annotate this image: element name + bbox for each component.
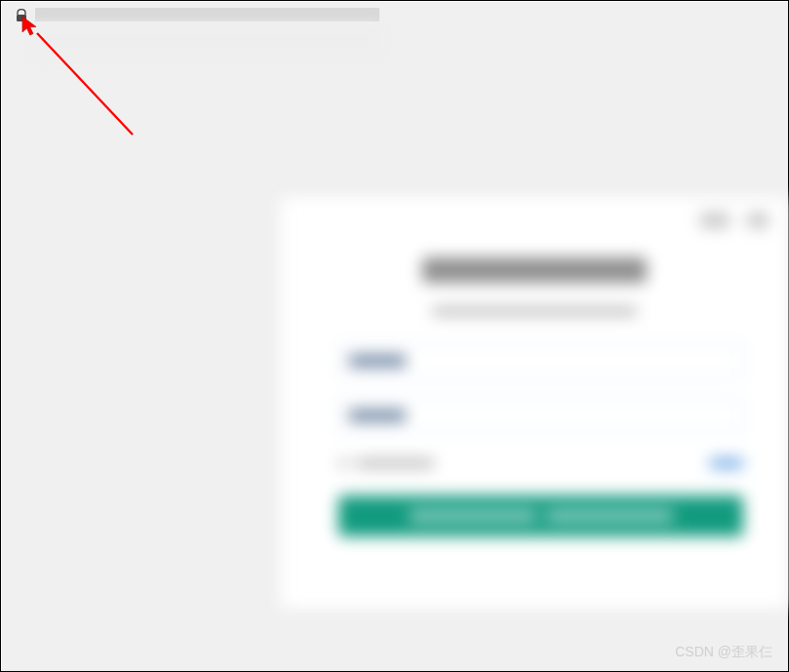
input-row-2[interactable]	[338, 398, 743, 433]
panel-top-links	[700, 213, 769, 228]
browser-viewport: CSDN @歪果仨	[2, 2, 788, 671]
input-row-1[interactable]	[338, 343, 743, 378]
submit-button[interactable]	[338, 495, 743, 536]
watermark-text: CSDN @歪果仨	[675, 644, 772, 661]
remember-option[interactable]	[338, 458, 434, 468]
input-label	[349, 410, 406, 421]
radio-icon	[338, 458, 348, 468]
top-link[interactable]	[700, 213, 730, 228]
options-row	[338, 453, 743, 474]
address-bar-obscured[interactable]	[35, 8, 379, 21]
screenshot-frame: CSDN @歪果仨	[0, 0, 789, 672]
option-text	[356, 458, 434, 468]
input-label	[349, 355, 406, 367]
login-panel-blurred	[280, 197, 788, 609]
address-dropdown-blur	[35, 23, 379, 59]
panel-title	[280, 257, 788, 287]
button-text-right	[546, 510, 673, 522]
help-link[interactable]	[710, 458, 743, 468]
panel-subtitle	[280, 302, 788, 320]
cursor-icon	[21, 16, 39, 37]
top-link[interactable]	[747, 213, 769, 228]
button-text-left	[410, 510, 536, 522]
